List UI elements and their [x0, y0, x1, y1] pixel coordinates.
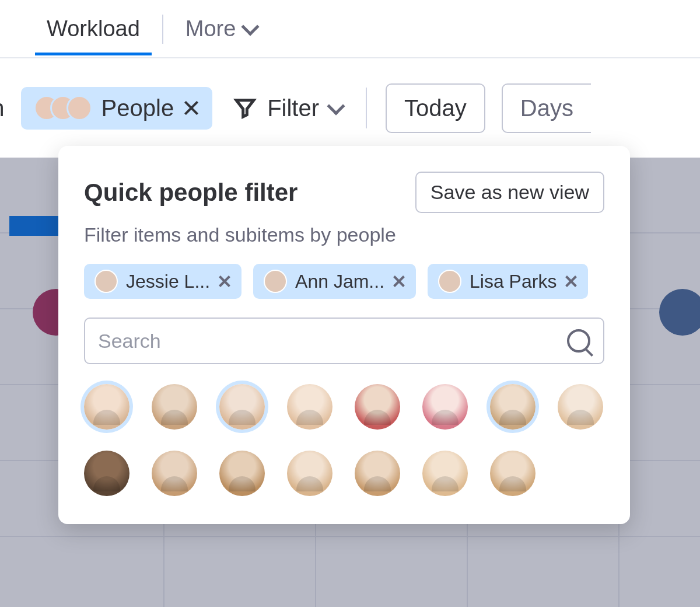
- person-avatar[interactable]: [219, 451, 265, 496]
- people-pill-label: People: [102, 95, 174, 121]
- person-chip[interactable]: Ann Jam...: [253, 264, 416, 299]
- clear-people-icon[interactable]: [183, 100, 200, 116]
- person-avatar[interactable]: [152, 384, 197, 430]
- remove-person-icon[interactable]: [565, 275, 578, 288]
- popover-title: Quick people filter: [84, 179, 298, 207]
- tab-divider: [162, 15, 163, 44]
- tab-workload[interactable]: Workload: [35, 11, 152, 54]
- person-avatar[interactable]: [355, 451, 400, 496]
- person-avatar[interactable]: [287, 384, 332, 430]
- person-avatar[interactable]: [490, 384, 536, 430]
- person-avatar[interactable]: [84, 384, 130, 430]
- filter-icon: [233, 96, 257, 120]
- person-avatar[interactable]: [152, 451, 197, 496]
- person-chip[interactable]: Lisa Parks: [428, 264, 588, 299]
- remove-person-icon[interactable]: [393, 275, 405, 288]
- person-avatar[interactable]: [355, 384, 400, 430]
- people-search-box[interactable]: [84, 318, 604, 364]
- filter-label: Filter: [267, 95, 319, 121]
- search-text-fragment: rch: [0, 95, 5, 121]
- people-avatar-stack: [34, 95, 92, 121]
- avatar-icon: [94, 270, 118, 293]
- person-chip-name: Ann Jam...: [295, 271, 384, 292]
- avatar-icon: [438, 270, 461, 293]
- toolbar-divider: [366, 88, 367, 128]
- people-avatar-grid: [84, 384, 604, 496]
- person-avatar[interactable]: [558, 384, 603, 430]
- chevron-down-icon: [327, 97, 345, 115]
- person-avatar[interactable]: [490, 451, 536, 496]
- save-as-new-view-button[interactable]: Save as new view: [415, 172, 604, 213]
- selected-people-chips: Jessie L...Ann Jam...Lisa Parks: [84, 264, 604, 299]
- tab-more-label: More: [186, 16, 236, 41]
- days-button[interactable]: Days: [502, 83, 591, 133]
- person-avatar[interactable]: [422, 451, 468, 496]
- remove-person-icon[interactable]: [218, 275, 231, 288]
- today-button[interactable]: Today: [386, 83, 485, 133]
- person-avatar[interactable]: [287, 451, 332, 496]
- people-search-input[interactable]: [98, 330, 567, 353]
- person-chip[interactable]: Jessie L...: [84, 264, 242, 299]
- person-avatar[interactable]: [219, 384, 265, 430]
- person-avatar[interactable]: [84, 451, 130, 496]
- avatar-icon: [66, 95, 92, 121]
- people-filter-pill[interactable]: People: [21, 87, 213, 130]
- people-filter-popover: Quick people filter Save as new view Fil…: [58, 146, 630, 524]
- person-chip-name: Lisa Parks: [470, 271, 556, 292]
- tab-more[interactable]: More: [174, 11, 269, 54]
- person-chip-name: Jessie L...: [126, 271, 210, 292]
- chevron-down-icon: [242, 18, 260, 36]
- view-tabs: Workload More: [0, 0, 700, 58]
- person-avatar[interactable]: [422, 384, 468, 430]
- filter-button[interactable]: Filter: [229, 89, 347, 127]
- toolbar: rch People Filter Today Days: [0, 58, 700, 158]
- avatar-icon: [264, 270, 287, 293]
- search-icon: [567, 329, 590, 353]
- popover-subtitle: Filter items and subitems by people: [84, 224, 604, 246]
